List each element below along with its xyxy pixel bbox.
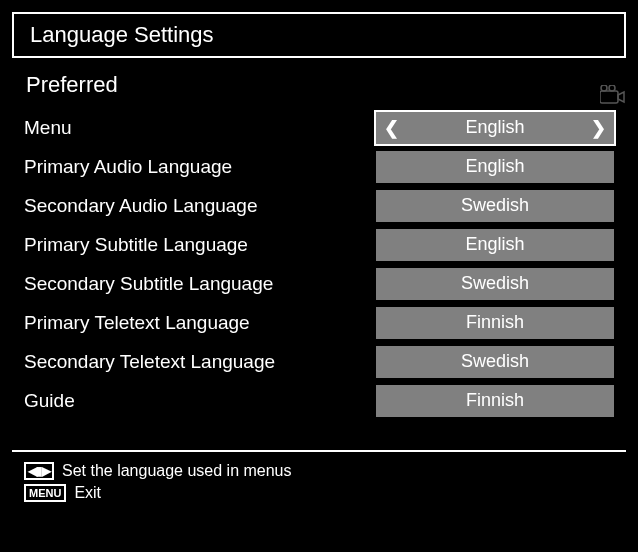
nav-hint-text: Set the language used in menus bbox=[62, 462, 292, 480]
setting-row-secondary-teletext[interactable]: Secondary Teletext Language Swedish bbox=[24, 342, 614, 381]
setting-label: Secondary Subtitle Language bbox=[24, 273, 376, 295]
footer-row-nav: ◀▮▶ Set the language used in menus bbox=[24, 462, 614, 480]
camera-icon bbox=[600, 85, 630, 111]
setting-value-selector[interactable]: Swedish bbox=[376, 190, 614, 222]
setting-row-menu[interactable]: Menu ❮ English ❯ bbox=[24, 108, 614, 147]
setting-value-text: Finnish bbox=[466, 390, 524, 411]
setting-label: Menu bbox=[24, 117, 376, 139]
setting-label: Secondary Audio Language bbox=[24, 195, 376, 217]
title-bar: Language Settings bbox=[12, 12, 626, 58]
divider bbox=[12, 450, 626, 452]
setting-value-selector[interactable]: Finnish bbox=[376, 307, 614, 339]
setting-value-selector[interactable]: Swedish bbox=[376, 268, 614, 300]
setting-row-secondary-subtitle[interactable]: Secondary Subtitle Language Swedish bbox=[24, 264, 614, 303]
setting-row-primary-subtitle[interactable]: Primary Subtitle Language English bbox=[24, 225, 614, 264]
settings-screen: Language Settings Preferred Menu ❮ Engli… bbox=[0, 0, 638, 552]
setting-row-primary-audio[interactable]: Primary Audio Language English bbox=[24, 147, 614, 186]
setting-value-selector[interactable]: English bbox=[376, 151, 614, 183]
setting-value-text: Swedish bbox=[461, 351, 529, 372]
menu-button-icon: MENU bbox=[24, 484, 66, 502]
setting-value-selector[interactable]: Swedish bbox=[376, 346, 614, 378]
section-header: Preferred bbox=[12, 68, 626, 108]
setting-value-text: English bbox=[465, 234, 524, 255]
setting-value-text: English bbox=[465, 156, 524, 177]
arrow-right-icon[interactable]: ❯ bbox=[591, 117, 606, 139]
settings-list: Menu ❮ English ❯ Primary Audio Language … bbox=[12, 108, 626, 420]
setting-value-text: Finnish bbox=[466, 312, 524, 333]
footer-hints: ◀▮▶ Set the language used in menus MENU … bbox=[12, 460, 626, 508]
setting-label: Guide bbox=[24, 390, 376, 412]
setting-value-text: Swedish bbox=[461, 273, 529, 294]
setting-value-selector[interactable]: ❮ English ❯ bbox=[376, 112, 614, 144]
footer-row-menu: MENU Exit bbox=[24, 484, 614, 502]
svg-point-2 bbox=[609, 85, 615, 91]
setting-label: Primary Teletext Language bbox=[24, 312, 376, 334]
nav-arrows-icon: ◀▮▶ bbox=[24, 462, 54, 480]
setting-value-text: Swedish bbox=[461, 195, 529, 216]
setting-row-secondary-audio[interactable]: Secondary Audio Language Swedish bbox=[24, 186, 614, 225]
setting-row-guide[interactable]: Guide Finnish bbox=[24, 381, 614, 420]
arrow-left-icon[interactable]: ❮ bbox=[384, 117, 399, 139]
setting-label: Primary Audio Language bbox=[24, 156, 376, 178]
setting-value-selector[interactable]: Finnish bbox=[376, 385, 614, 417]
svg-rect-0 bbox=[600, 91, 618, 103]
page-title: Language Settings bbox=[30, 22, 608, 48]
setting-label: Secondary Teletext Language bbox=[24, 351, 376, 373]
menu-hint-text: Exit bbox=[74, 484, 101, 502]
setting-row-primary-teletext[interactable]: Primary Teletext Language Finnish bbox=[24, 303, 614, 342]
setting-label: Primary Subtitle Language bbox=[24, 234, 376, 256]
setting-value-text: English bbox=[465, 117, 524, 138]
svg-point-1 bbox=[601, 85, 607, 91]
setting-value-selector[interactable]: English bbox=[376, 229, 614, 261]
